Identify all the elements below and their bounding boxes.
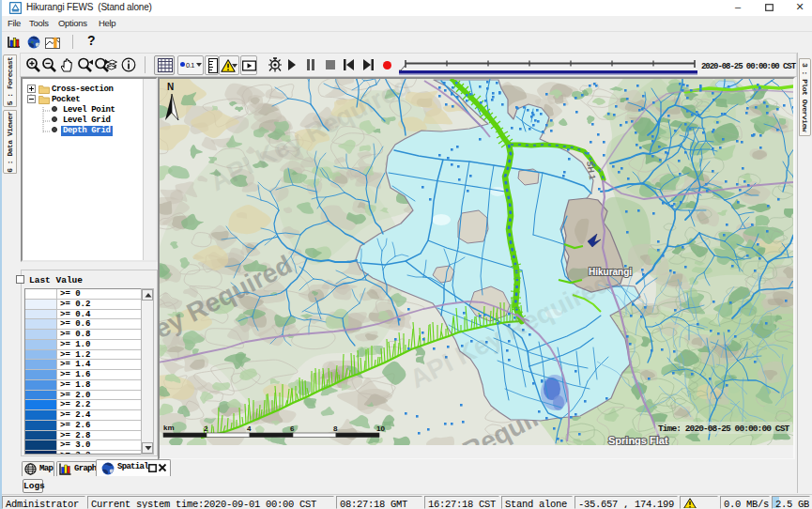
svg-text:8: 8 bbox=[333, 424, 338, 433]
svg-text:N: N bbox=[167, 82, 174, 92]
svg-text:Hikurangi: Hikurangi bbox=[589, 267, 632, 277]
svg-text:2: 2 bbox=[204, 424, 208, 433]
svg-text:Springs Flat: Springs Flat bbox=[608, 435, 668, 445]
svg-text:km: km bbox=[163, 424, 175, 432]
svg-text:Time: 2020-08-25 00:00:00 CST: Time: 2020-08-25 00:00:00 CST bbox=[658, 424, 789, 434]
svg-text:6: 6 bbox=[290, 424, 295, 433]
svg-text:4: 4 bbox=[247, 424, 252, 433]
svg-text:10: 10 bbox=[376, 424, 385, 433]
